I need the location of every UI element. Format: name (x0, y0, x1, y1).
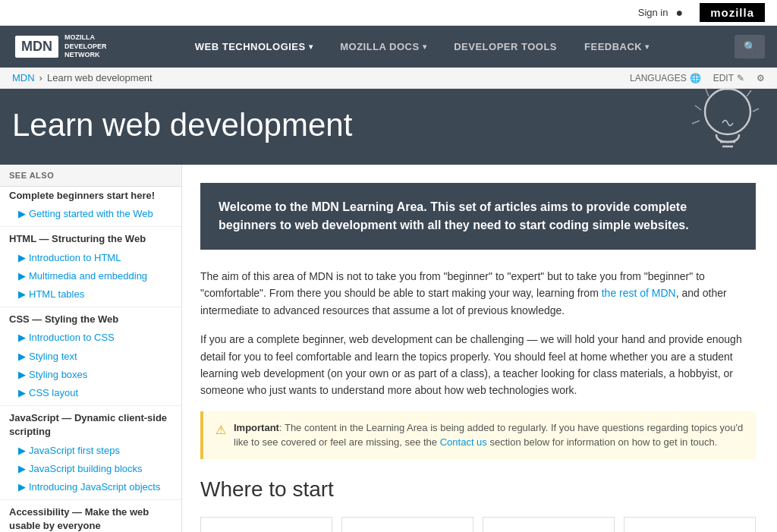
sidebar-section-js: JavaScript — Dynamic client-side scripti… (0, 409, 181, 441)
arrow-icon: ▶ (18, 368, 26, 382)
card-title: Specific questions: (353, 528, 462, 532)
main-content: Welcome to the MDN Learning Area. This s… (182, 165, 774, 532)
sidebar-section-complete-beginners: Complete beginners start here! (0, 187, 181, 205)
nav-item-web-technologies[interactable]: WEB TECHNOLOGIES (181, 29, 326, 65)
arrow-icon: ▶ (18, 444, 26, 458)
contact-us-link[interactable]: Contact us (440, 436, 487, 448)
nav-item-mozilla-docs[interactable]: MOZILLA DOCS (326, 29, 440, 65)
sidebar-item-intro-html[interactable]: ▶ Introduction to HTML (0, 249, 181, 267)
svg-point-0 (705, 89, 750, 134)
sidebar-section-css: CSS — Styling the Web (0, 310, 181, 329)
nav-item-developer-tools[interactable]: DEVELOPER TOOLS (440, 29, 571, 65)
card-complete-beginner: Complete beginner: If you are a complete… (200, 517, 332, 532)
edit-button[interactable]: EDIT ✎ (713, 73, 744, 83)
sign-in-link[interactable]: Sign in (638, 7, 668, 18)
breadcrumb-left: MDN › Learn web development (12, 72, 153, 83)
page-title: Learn web development (12, 107, 765, 156)
arrow-icon: ▶ (18, 251, 26, 265)
card-moving-onto-scripting: Moving onto scripting: If you are comfor… (624, 517, 756, 532)
sidebar-item-styling-boxes[interactable]: ▶ Styling boxes (0, 366, 181, 384)
logo-box: MDN (15, 36, 58, 58)
languages-button[interactable]: LANGUAGES 🌐 (630, 73, 701, 83)
body-paragraph-1: The aim of this area of MDN is not to ta… (200, 268, 756, 319)
sidebar-item-multimedia[interactable]: ▶ Multimedia and embedding (0, 267, 181, 285)
logo-subtext: MOZILLADEVELOPERNETWORK (64, 33, 107, 60)
settings-button[interactable]: ⚙ (757, 73, 765, 83)
top-bar: Sign in ● mozilla (0, 0, 777, 26)
card-specific-questions: Specific questions: If you have a specif… (341, 517, 473, 532)
card-beyond-basics: Beyond the basics: If you have a bit of … (483, 517, 615, 532)
svg-line-4 (692, 121, 700, 124)
arrow-icon: ▶ (18, 462, 26, 476)
mdn-logo[interactable]: MDN MOZILLADEVELOPERNETWORK (0, 26, 122, 68)
svg-line-8 (753, 109, 759, 112)
search-button[interactable]: 🔍 (735, 35, 765, 58)
sidebar-item-js-first-steps[interactable]: ▶ JavaScript first steps (0, 442, 181, 460)
divider (0, 307, 181, 307)
sidebar-item-html-tables[interactable]: ▶ HTML tables (0, 285, 181, 304)
divider (0, 499, 181, 500)
card-title: Complete beginner: (212, 528, 321, 532)
important-notice: ⚠ Important: The content in the Learning… (200, 411, 756, 459)
svg-line-7 (747, 90, 751, 96)
arrow-icon: ▶ (18, 350, 26, 364)
arrow-icon: ▶ (18, 331, 26, 345)
sidebar-section-html: HTML — Structuring the Web (0, 230, 181, 248)
sidebar-item-css-layout[interactable]: ▶ CSS layout (0, 384, 181, 402)
sidebar-item-js-objects[interactable]: ▶ Introducing JavaScript objects (0, 478, 181, 496)
divider (0, 405, 181, 406)
breadcrumb-current: Learn web development (47, 72, 153, 83)
body-paragraph-2: If you are a complete beginner, web deve… (200, 331, 756, 399)
sidebar-item-intro-css[interactable]: ▶ Introduction to CSS (0, 329, 181, 347)
sidebar: SEE ALSO Complete beginners start here! … (0, 165, 182, 532)
sidebar-item-js-building-blocks[interactable]: ▶ JavaScript building blocks (0, 460, 181, 478)
breadcrumb-bar: MDN › Learn web development LANGUAGES 🌐 … (0, 68, 777, 89)
where-to-start-title: Where to start (200, 477, 756, 502)
divider (0, 226, 181, 227)
arrow-icon: ▶ (18, 269, 26, 283)
breadcrumb-separator: › (39, 72, 42, 83)
arrow-icon: ▶ (18, 386, 26, 400)
nav-item-feedback[interactable]: FEEDBACK (571, 29, 663, 65)
content-layout: SEE ALSO Complete beginners start here! … (0, 165, 777, 532)
cards-row: Complete beginner: If you are a complete… (200, 517, 756, 532)
page-title-area: Learn web development (0, 89, 777, 165)
mozilla-badge: mozilla (700, 3, 765, 22)
svg-line-3 (695, 105, 701, 110)
important-label: Important (234, 422, 279, 433)
breadcrumb-right: LANGUAGES 🌐 EDIT ✎ ⚙ (630, 73, 765, 83)
arrow-icon: ▶ (18, 480, 26, 494)
nav-items: WEB TECHNOLOGIES MOZILLA DOCS DEVELOPER … (122, 29, 722, 65)
card-title: Moving onto scripting: (635, 528, 744, 532)
sidebar-item-getting-started[interactable]: ▶ Getting started with the Web (0, 205, 181, 223)
rest-of-mdn-link[interactable]: the rest of MDN (602, 287, 676, 299)
sidebar-item-styling-text[interactable]: ▶ Styling text (0, 348, 181, 366)
lightbulb-illustration (671, 89, 762, 157)
see-also-label: SEE ALSO (0, 165, 181, 187)
svg-line-5 (706, 89, 709, 96)
arrow-icon: ▶ (18, 207, 26, 221)
main-nav: MDN MOZILLADEVELOPERNETWORK WEB TECHNOLO… (0, 26, 777, 68)
breadcrumb-home[interactable]: MDN (12, 72, 35, 83)
important-text: Important: The content in the Learning A… (234, 420, 744, 450)
sidebar-section-accessibility: Accessibility — Make the web usable by e… (0, 503, 181, 532)
github-icon[interactable]: ● (675, 6, 683, 20)
welcome-box: Welcome to the MDN Learning Area. This s… (200, 183, 756, 250)
card-title: Beyond the basics: (494, 528, 603, 532)
arrow-icon: ▶ (18, 288, 26, 301)
warning-icon: ⚠ (215, 421, 226, 439)
